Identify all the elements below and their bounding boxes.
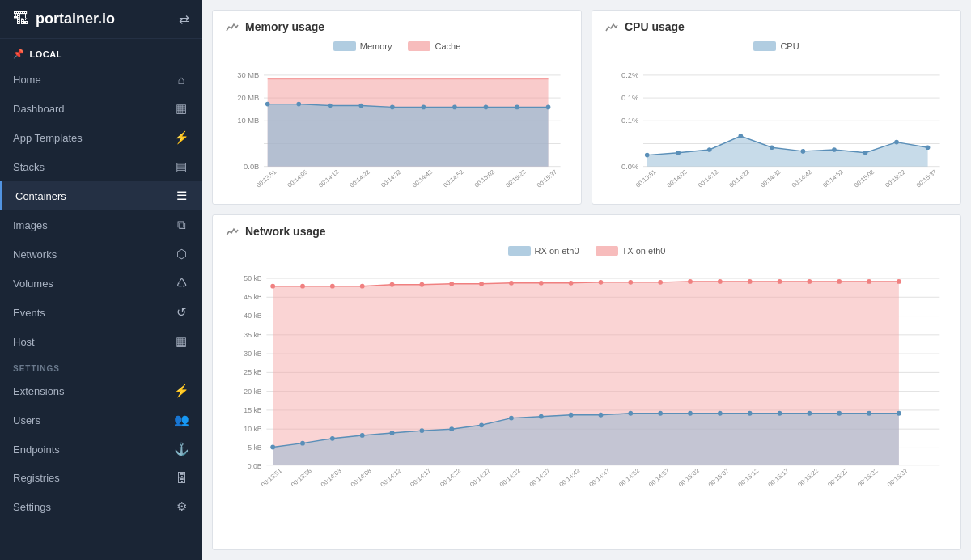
pin-icon: 📌 <box>13 49 25 59</box>
svg-text:00:14:47: 00:14:47 <box>587 467 611 488</box>
svg-text:40 kB: 40 kB <box>244 312 261 320</box>
svg-point-19 <box>515 105 519 110</box>
svg-text:00:13:51: 00:13:51 <box>634 168 657 189</box>
sidebar-item-dashboard[interactable]: Dashboard ▦ <box>0 94 202 123</box>
svg-text:00:14:52: 00:14:52 <box>442 168 464 189</box>
svg-text:0.1%: 0.1% <box>621 93 638 102</box>
sidebar-item-registries[interactable]: Registries 🗄 <box>0 464 202 492</box>
svg-text:00:15:37: 00:15:37 <box>536 168 558 189</box>
svg-point-42 <box>676 151 681 155</box>
svg-text:15 kB: 15 kB <box>244 406 261 414</box>
logo-icon: 🏗 <box>13 10 29 28</box>
svg-point-117 <box>569 413 574 418</box>
sidebar-item-stacks[interactable]: Stacks ▤ <box>0 152 202 181</box>
chart-icon <box>226 21 239 32</box>
svg-point-110 <box>360 433 365 438</box>
svg-point-100 <box>748 279 753 284</box>
svg-point-86 <box>330 284 335 289</box>
svg-point-50 <box>926 145 931 150</box>
svg-text:00:14:52: 00:14:52 <box>617 467 641 488</box>
svg-point-41 <box>645 153 650 158</box>
svg-text:00:14:27: 00:14:27 <box>469 467 492 488</box>
svg-text:00:14:12: 00:14:12 <box>379 467 402 488</box>
svg-point-45 <box>770 145 774 150</box>
svg-point-87 <box>360 284 365 289</box>
svg-point-125 <box>807 411 812 416</box>
memory-legend-cache: Cache <box>408 41 460 51</box>
svg-point-122 <box>718 411 723 416</box>
svg-point-118 <box>599 413 604 418</box>
svg-point-119 <box>628 411 633 416</box>
volumes-icon: ♺ <box>173 276 189 291</box>
sidebar-item-home[interactable]: Home ⌂ <box>0 66 202 94</box>
sidebar-item-users[interactable]: Users 👥 <box>0 405 202 435</box>
stacks-icon: ▤ <box>173 159 189 174</box>
containers-icon: ☰ <box>173 189 189 203</box>
networks-icon: ⬡ <box>173 247 189 261</box>
cpu-legend: CPU <box>605 41 948 51</box>
svg-text:10 MB: 10 MB <box>237 116 259 125</box>
svg-point-115 <box>509 416 514 421</box>
svg-point-91 <box>479 282 484 286</box>
host-icon: ▦ <box>173 334 189 349</box>
sidebar-item-containers[interactable]: Containers ☰ <box>0 181 202 210</box>
svg-text:00:15:02: 00:15:02 <box>853 168 876 189</box>
svg-point-44 <box>739 134 744 138</box>
svg-point-105 <box>897 279 901 284</box>
svg-point-90 <box>449 282 454 286</box>
svg-text:00:15:32: 00:15:32 <box>856 467 880 488</box>
svg-point-113 <box>449 426 454 431</box>
svg-point-128 <box>897 411 901 416</box>
svg-text:0.0B: 0.0B <box>244 162 259 171</box>
sidebar-item-settings[interactable]: Settings ⚙ <box>0 492 202 521</box>
svg-text:00:14:42: 00:14:42 <box>791 168 813 189</box>
svg-text:20 kB: 20 kB <box>244 388 261 396</box>
svg-text:00:14:12: 00:14:12 <box>697 168 719 189</box>
cpu-chart-svg-wrap: 0.2% 0.1% 0.1% 0.0% <box>605 56 948 196</box>
svg-point-88 <box>390 282 395 287</box>
sidebar-item-images[interactable]: Images ⧉ <box>0 210 202 240</box>
svg-point-18 <box>484 105 489 110</box>
svg-text:00:15:37: 00:15:37 <box>915 168 938 189</box>
extensions-icon: ⚡ <box>173 384 189 398</box>
svg-point-99 <box>718 279 723 284</box>
network-legend: RX on eth0 TX on eth0 <box>226 246 948 256</box>
svg-text:20 MB: 20 MB <box>237 93 259 102</box>
exchange-icon[interactable]: ⇄ <box>179 11 189 27</box>
svg-text:00:15:22: 00:15:22 <box>504 168 527 189</box>
memory-legend: Memory Cache <box>226 41 568 51</box>
tx-color-swatch <box>596 246 618 256</box>
svg-text:00:13:51: 00:13:51 <box>255 168 278 189</box>
svg-point-95 <box>599 280 604 285</box>
svg-text:00:15:37: 00:15:37 <box>886 467 910 488</box>
images-icon: ⧉ <box>173 218 189 232</box>
svg-text:00:15:17: 00:15:17 <box>766 467 790 488</box>
svg-text:00:15:02: 00:15:02 <box>473 168 496 189</box>
users-icon: 👥 <box>173 413 189 427</box>
svg-point-116 <box>539 414 544 419</box>
sidebar-item-networks[interactable]: Networks ⬡ <box>0 240 202 269</box>
main-content: Memory usage Memory Cache <box>202 0 971 560</box>
sidebar: 🏗 portainer.io ⇄ 📌 LOCAL Home ⌂ Dashboar… <box>0 0 202 560</box>
svg-point-48 <box>863 151 868 155</box>
sidebar-item-endpoints[interactable]: Endpoints ⚓ <box>0 435 202 464</box>
cache-color-swatch <box>408 41 430 51</box>
svg-text:00:15:22: 00:15:22 <box>884 168 906 189</box>
svg-text:0.1%: 0.1% <box>621 116 638 125</box>
svg-text:00:14:32: 00:14:32 <box>498 467 522 488</box>
sidebar-item-extensions[interactable]: Extensions ⚡ <box>0 376 202 405</box>
svg-point-120 <box>658 411 663 416</box>
svg-point-98 <box>688 279 693 284</box>
svg-point-47 <box>832 147 837 152</box>
sidebar-item-volumes[interactable]: Volumes ♺ <box>0 269 202 298</box>
svg-point-126 <box>837 411 842 416</box>
svg-text:10 kB: 10 kB <box>244 425 261 433</box>
svg-marker-10 <box>268 104 549 167</box>
sidebar-item-events[interactable]: Events ↺ <box>0 298 202 327</box>
sidebar-item-app-templates[interactable]: App Templates ⚡ <box>0 123 202 152</box>
svg-text:5 kB: 5 kB <box>248 443 262 452</box>
svg-text:00:15:12: 00:15:12 <box>737 467 761 488</box>
svg-text:00:15:02: 00:15:02 <box>677 467 701 488</box>
svg-point-123 <box>748 411 753 416</box>
sidebar-item-host[interactable]: Host ▦ <box>0 327 202 356</box>
